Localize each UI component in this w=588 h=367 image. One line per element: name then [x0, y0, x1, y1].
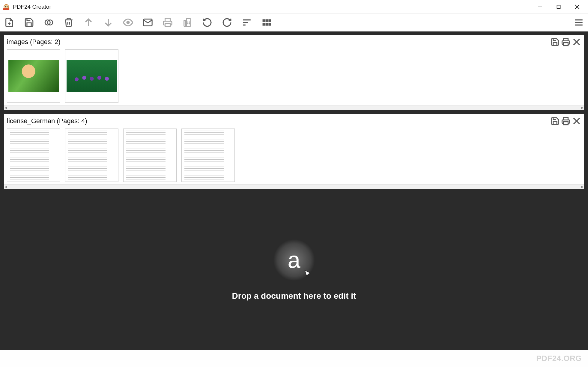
document-title: images (Pages: 2): [7, 38, 61, 46]
page-thumb[interactable]: [65, 129, 118, 182]
svg-rect-3: [3, 8, 9, 10]
page-thumb[interactable]: [65, 49, 118, 103]
page-image: [9, 131, 58, 180]
titlebar: PDF24 Creator: [0, 0, 588, 13]
doc-close-button[interactable]: [572, 37, 582, 47]
menu-button[interactable]: [573, 16, 585, 28]
app-icon: [3, 3, 10, 10]
page-image: [125, 131, 175, 180]
svg-point-1: [5, 6, 6, 7]
move-down-button[interactable]: [102, 16, 114, 28]
footer: PDF24.ORG: [0, 350, 588, 367]
drop-zone-text: Drop a document here to edit it: [232, 291, 356, 301]
svg-rect-25: [263, 19, 265, 22]
page-image: [8, 60, 59, 92]
horizontal-scrollbar[interactable]: ◀ ▶: [4, 105, 584, 110]
page-thumb[interactable]: [181, 129, 235, 182]
rotate-right-button[interactable]: [221, 16, 233, 28]
svg-point-2: [7, 6, 7, 7]
scroll-left-icon[interactable]: ◀: [4, 106, 7, 110]
svg-rect-27: [269, 19, 271, 22]
document-name: images: [7, 38, 28, 46]
move-up-button[interactable]: [82, 16, 94, 28]
maximize-button[interactable]: [549, 1, 568, 13]
print-button[interactable]: [162, 16, 174, 28]
svg-rect-17: [184, 20, 186, 26]
svg-rect-29: [266, 23, 268, 25]
svg-point-14: [127, 21, 130, 24]
grid-view-button[interactable]: [261, 16, 273, 28]
page-image: [184, 131, 233, 180]
page-thumb[interactable]: [123, 129, 177, 182]
svg-point-19: [189, 22, 190, 22]
scroll-right-icon[interactable]: ▶: [581, 106, 584, 110]
document-pages-label: (Pages: 4): [57, 117, 87, 125]
toolbar: [0, 13, 588, 31]
svg-rect-28: [263, 23, 265, 25]
document-header: license_German (Pages: 4): [4, 114, 584, 127]
document-title: license_German (Pages: 4): [7, 117, 87, 125]
close-button[interactable]: [568, 1, 587, 13]
svg-point-18: [187, 22, 188, 22]
scroll-right-icon[interactable]: ▶: [581, 185, 584, 189]
rotate-left-button[interactable]: [201, 16, 213, 28]
delete-button[interactable]: [63, 16, 75, 28]
merge-button[interactable]: [43, 16, 55, 28]
doc-save-button[interactable]: [550, 37, 560, 47]
window-title: PDF24 Creator: [13, 4, 51, 10]
svg-rect-5: [557, 5, 560, 8]
add-file-button[interactable]: [3, 16, 15, 28]
document-thumbs: [4, 48, 584, 105]
document-pages-label: (Pages: 2): [30, 38, 61, 46]
document-name: license_German: [7, 117, 55, 125]
cursor-icon: [304, 270, 312, 278]
page-thumb[interactable]: [7, 49, 60, 103]
page-image: [67, 131, 116, 180]
svg-rect-16: [165, 23, 170, 27]
page-image: [67, 60, 117, 92]
preview-button[interactable]: [122, 16, 134, 28]
document-actions: [550, 37, 582, 47]
svg-point-21: [189, 23, 190, 24]
svg-point-20: [187, 23, 188, 24]
window-controls: [531, 1, 587, 13]
svg-rect-26: [266, 19, 268, 22]
document-panel-images: images (Pages: 2) ◀ ▶: [4, 35, 584, 110]
doc-print-button[interactable]: [561, 116, 571, 126]
footer-brand: PDF24.ORG: [536, 354, 582, 363]
minimize-button[interactable]: [531, 1, 549, 13]
drop-glyph-icon: a: [288, 247, 300, 273]
doc-close-button[interactable]: [572, 116, 582, 126]
page-thumb[interactable]: [7, 129, 60, 182]
doc-save-button[interactable]: [550, 116, 560, 126]
save-button[interactable]: [23, 16, 35, 28]
fax-button[interactable]: [181, 16, 193, 28]
svg-rect-37: [564, 122, 568, 125]
workspace: images (Pages: 2) ◀ ▶: [0, 31, 588, 350]
sort-button[interactable]: [241, 16, 253, 28]
drop-zone-icon: a: [273, 239, 315, 281]
svg-rect-34: [564, 43, 568, 46]
doc-print-button[interactable]: [561, 37, 571, 47]
svg-rect-30: [269, 23, 271, 25]
scroll-left-icon[interactable]: ◀: [4, 185, 7, 189]
email-button[interactable]: [142, 16, 154, 28]
horizontal-scrollbar[interactable]: ◀ ▶: [4, 184, 584, 189]
document-panel-license-german: license_German (Pages: 4): [4, 114, 584, 189]
document-actions: [550, 116, 582, 126]
drop-zone[interactable]: a Drop a document here to edit it: [4, 193, 584, 346]
document-header: images (Pages: 2): [4, 35, 584, 48]
document-thumbs: [4, 127, 584, 184]
